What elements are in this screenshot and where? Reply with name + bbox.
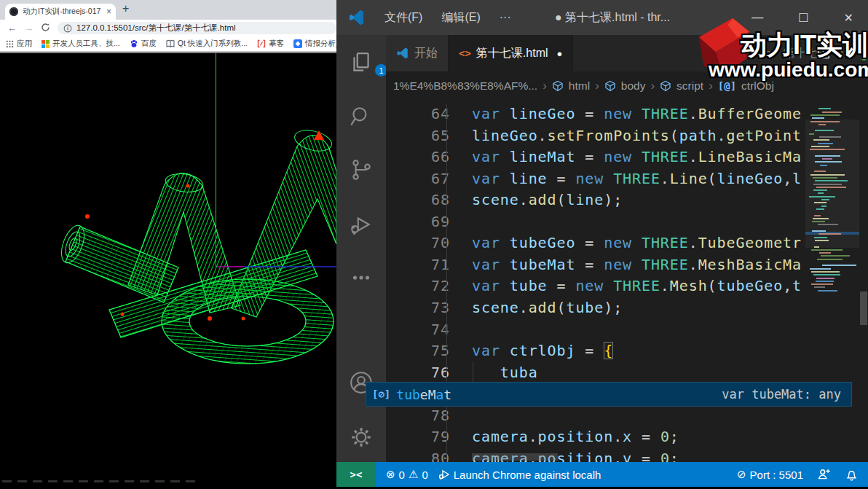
browser-window: 动力IT实训-threejs-017 × + ← → 127.0.0.1:550… bbox=[0, 0, 336, 489]
suggest-variable-icon: [⊘] bbox=[372, 388, 390, 400]
tab-welcome[interactable]: 开始 bbox=[386, 35, 449, 71]
line-number[interactable]: 70 bbox=[386, 232, 450, 254]
indent-guide bbox=[446, 103, 447, 462]
code-text: tuba bbox=[472, 362, 805, 384]
more-actions-icon[interactable]: ··· bbox=[849, 47, 861, 60]
code-line[interactable]: 68scene.add(line); bbox=[386, 189, 805, 211]
code-text: camera.position.x = 0; bbox=[472, 426, 805, 448]
bookmark-qt[interactable]: Qt 快速入门系列教... bbox=[166, 39, 248, 49]
bookmark-baidu[interactable]: 百度 bbox=[130, 39, 157, 49]
line-number[interactable]: 66 bbox=[386, 146, 450, 168]
code-line[interactable]: 73scene.add(tube); bbox=[386, 297, 805, 319]
back-icon[interactable]: ← bbox=[7, 23, 17, 34]
horizontal-scrollbar[interactable] bbox=[472, 453, 558, 461]
problems-status[interactable]: ⊗ 0 ⚠ 0 bbox=[386, 468, 428, 481]
close-button[interactable]: ✕ bbox=[844, 11, 853, 25]
menu-more[interactable]: ··· bbox=[500, 11, 511, 24]
breadcrumb-ctrlobj[interactable]: ctrlObj bbox=[741, 79, 774, 93]
code-line[interactable]: 72var tube = new THREE.Mesh(tubeGeo,t bbox=[386, 275, 805, 297]
line-number[interactable]: 68 bbox=[386, 189, 450, 211]
code-text: var ctrlObj = { bbox=[472, 340, 805, 362]
code-line[interactable]: 66var lineMat = new THREE.LineBasicMa bbox=[386, 146, 805, 168]
code-line[interactable]: 79camera.position.x = 0; bbox=[386, 426, 805, 448]
paw-icon bbox=[130, 39, 138, 48]
code-line[interactable]: 67var line = new THREE.Line(lineGeo,l bbox=[386, 168, 805, 190]
breadcrumb-body[interactable]: body bbox=[621, 79, 646, 93]
overview-green-mark bbox=[861, 39, 867, 60]
debug-launch[interactable]: Launch Chrome against localh bbox=[438, 469, 601, 481]
browser-tabstrip: 动力IT实训-threejs-017 × + bbox=[0, 0, 336, 20]
line-number[interactable]: 64 bbox=[386, 103, 450, 125]
code-line[interactable]: 80camera.position.y = 0; bbox=[386, 448, 805, 462]
code-line[interactable]: 75var ctrlObj = { bbox=[386, 340, 805, 362]
line-number[interactable]: 80 bbox=[386, 448, 450, 462]
code-line[interactable]: 78 bbox=[386, 405, 805, 427]
browser-tab[interactable]: 动力IT实训-threejs-017 × bbox=[5, 4, 116, 20]
line-number[interactable]: 76 bbox=[386, 362, 450, 384]
code-line[interactable]: 74 bbox=[386, 319, 805, 341]
code-editor[interactable]: 64var lineGeo = new THREE.BufferGeome65l… bbox=[386, 103, 805, 462]
vscode-window: 文件(F) 编辑(E) ··· ● 第十七课.html - thr... — ☐… bbox=[336, 0, 868, 489]
address-bar[interactable]: 127.0.0.1:5501/src/第十七课/第十七课.html bbox=[58, 22, 336, 34]
bookmark-apps[interactable]: 应用 bbox=[6, 39, 32, 49]
more-views-icon[interactable] bbox=[349, 265, 374, 290]
threejs-canvas[interactable] bbox=[0, 52, 336, 489]
code-line[interactable]: 76 tuba bbox=[386, 362, 805, 384]
settings-gear-icon[interactable] bbox=[349, 425, 374, 450]
minimap[interactable] bbox=[805, 102, 859, 411]
wireframe-tube-knot bbox=[0, 53, 336, 489]
line-number[interactable]: 78 bbox=[386, 405, 450, 427]
line-number[interactable]: 67 bbox=[386, 168, 450, 190]
split-editor-icon[interactable] bbox=[817, 47, 830, 60]
breadcrumb-file[interactable]: 1%E4%B8%83%E8%AF%... bbox=[393, 79, 537, 93]
code-text: var tube = new THREE.Mesh(tubeGeo,t bbox=[472, 275, 805, 297]
port-icon: ⊘ bbox=[737, 468, 746, 481]
bookmark-devtools[interactable]: 开发人员工具、技... bbox=[42, 39, 120, 49]
code-text: scene.add(tube); bbox=[472, 297, 805, 319]
code-line[interactable]: 69 bbox=[386, 211, 805, 233]
code-line[interactable]: 71var tubeMat = new THREE.MeshBasicMa bbox=[386, 254, 805, 276]
line-number[interactable]: 65 bbox=[386, 125, 450, 147]
bell-icon[interactable] bbox=[845, 469, 858, 481]
vertical-scrollbar[interactable] bbox=[860, 292, 867, 325]
feedback-icon[interactable] bbox=[818, 468, 831, 481]
editor-actions: ··· bbox=[817, 35, 861, 71]
close-tab-icon[interactable]: × bbox=[106, 7, 111, 17]
menu-file[interactable]: 文件(F) bbox=[384, 10, 422, 26]
run-debug-icon[interactable] bbox=[349, 212, 374, 237]
tab-active-file[interactable]: <> 第十七课.html ● bbox=[449, 35, 573, 71]
line-number[interactable]: 74 bbox=[386, 319, 450, 341]
minimize-button[interactable]: — bbox=[751, 11, 763, 24]
remote-indicator[interactable]: >< bbox=[336, 462, 376, 487]
forward-icon[interactable]: → bbox=[24, 23, 33, 34]
line-number[interactable]: 75 bbox=[386, 340, 450, 362]
bookmark-mockplus[interactable]: 摹客 bbox=[257, 39, 284, 49]
breadcrumb-script[interactable]: script bbox=[676, 79, 703, 93]
apps-grid-icon bbox=[6, 40, 14, 48]
line-number[interactable]: 73 bbox=[386, 297, 450, 319]
line-number[interactable]: 71 bbox=[386, 254, 450, 276]
window-title: ● 第十七课.html - thr... bbox=[555, 0, 670, 35]
code-line[interactable]: 65lineGeo.setFromPoints(path.getPoint bbox=[386, 125, 805, 147]
explorer-icon[interactable]: 1 bbox=[349, 51, 374, 76]
book-icon bbox=[166, 39, 175, 48]
new-tab-button[interactable]: + bbox=[122, 2, 129, 15]
port-status[interactable]: ⊘ Port : 5501 bbox=[737, 468, 803, 481]
suggest-detail: var tubeMat: any bbox=[722, 387, 841, 402]
line-number[interactable]: 72 bbox=[386, 275, 450, 297]
source-control-icon[interactable] bbox=[349, 157, 374, 182]
code-text: var tubeMat = new THREE.MeshBasicMa bbox=[472, 254, 805, 276]
breadcrumb-html[interactable]: html bbox=[569, 79, 590, 93]
refresh-icon[interactable] bbox=[41, 23, 50, 34]
menu-edit[interactable]: 编辑(E) bbox=[441, 10, 480, 26]
maximize-button[interactable]: ☐ bbox=[798, 11, 808, 25]
modified-dot[interactable]: ● bbox=[557, 48, 563, 59]
code-line[interactable]: 64var lineGeo = new THREE.BufferGeome bbox=[386, 103, 805, 125]
code-line[interactable]: 70var tubeGeo = new THREE.TubeGeometr bbox=[386, 232, 805, 254]
line-number[interactable]: 69 bbox=[386, 211, 450, 233]
search-icon[interactable] bbox=[349, 104, 374, 129]
breadcrumb: 1%E4%B8%83%E8%AF%... › html › body › scr… bbox=[386, 71, 868, 101]
intellisense-suggest[interactable]: [⊘] tubeMat var tubeMat: any bbox=[366, 382, 852, 407]
line-number[interactable]: 79 bbox=[386, 426, 450, 448]
screen: 动力IT实训-threejs-017 × + ← → 127.0.0.1:550… bbox=[0, 0, 868, 489]
